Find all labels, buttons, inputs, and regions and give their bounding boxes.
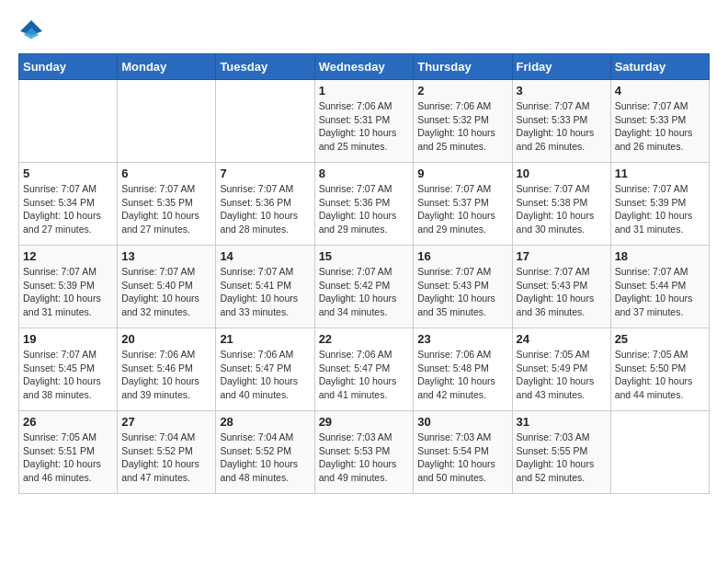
weekday-header-friday: Friday [512, 54, 610, 80]
calendar-cell: 23Sunrise: 7:06 AM Sunset: 5:48 PM Dayli… [414, 328, 512, 411]
day-number: 30 [417, 415, 507, 429]
day-number: 26 [23, 415, 113, 429]
calendar-cell: 25Sunrise: 7:05 AM Sunset: 5:50 PM Dayli… [610, 328, 709, 411]
calendar-cell: 16Sunrise: 7:07 AM Sunset: 5:43 PM Dayli… [414, 246, 512, 328]
calendar-cell: 6Sunrise: 7:07 AM Sunset: 5:35 PM Daylig… [118, 163, 216, 246]
weekday-header-row: SundayMondayTuesdayWednesdayThursdayFrid… [19, 54, 710, 80]
weekday-header-wednesday: Wednesday [314, 54, 414, 80]
calendar-cell: 30Sunrise: 7:03 AM Sunset: 5:54 PM Dayli… [414, 411, 512, 494]
weekday-header-monday: Monday [118, 54, 216, 80]
calendar-cell: 14Sunrise: 7:07 AM Sunset: 5:41 PM Dayli… [216, 246, 314, 328]
calendar-cell: 22Sunrise: 7:06 AM Sunset: 5:47 PM Dayli… [314, 328, 414, 411]
calendar-week-row: 19Sunrise: 7:07 AM Sunset: 5:45 PM Dayli… [19, 328, 710, 411]
day-number: 13 [121, 249, 211, 263]
calendar-cell: 31Sunrise: 7:03 AM Sunset: 5:55 PM Dayli… [512, 411, 610, 494]
day-info: Sunrise: 7:07 AM Sunset: 5:39 PM Dayligh… [615, 182, 705, 236]
day-info: Sunrise: 7:07 AM Sunset: 5:39 PM Dayligh… [23, 265, 113, 319]
day-info: Sunrise: 7:05 AM Sunset: 5:50 PM Dayligh… [615, 348, 705, 402]
header [18, 18, 710, 44]
day-info: Sunrise: 7:07 AM Sunset: 5:36 PM Dayligh… [319, 182, 410, 236]
day-info: Sunrise: 7:07 AM Sunset: 5:45 PM Dayligh… [23, 348, 113, 402]
day-info: Sunrise: 7:03 AM Sunset: 5:53 PM Dayligh… [319, 431, 410, 485]
day-number: 14 [220, 249, 310, 263]
calendar-cell: 26Sunrise: 7:05 AM Sunset: 5:51 PM Dayli… [19, 411, 118, 494]
calendar-cell: 2Sunrise: 7:06 AM Sunset: 5:32 PM Daylig… [414, 80, 512, 163]
day-info: Sunrise: 7:06 AM Sunset: 5:46 PM Dayligh… [121, 348, 211, 402]
day-info: Sunrise: 7:05 AM Sunset: 5:51 PM Dayligh… [23, 431, 113, 485]
day-number: 28 [220, 415, 310, 429]
day-number: 3 [517, 84, 607, 98]
calendar-week-row: 1Sunrise: 7:06 AM Sunset: 5:31 PM Daylig… [19, 80, 710, 163]
day-number: 22 [319, 332, 410, 346]
calendar-cell: 8Sunrise: 7:07 AM Sunset: 5:36 PM Daylig… [314, 163, 414, 246]
day-number: 7 [220, 167, 310, 180]
day-info: Sunrise: 7:07 AM Sunset: 5:33 PM Dayligh… [517, 99, 607, 154]
calendar-cell: 10Sunrise: 7:07 AM Sunset: 5:38 PM Dayli… [512, 163, 610, 246]
calendar-week-row: 5Sunrise: 7:07 AM Sunset: 5:34 PM Daylig… [19, 163, 710, 246]
day-number: 17 [517, 249, 607, 263]
day-info: Sunrise: 7:07 AM Sunset: 5:36 PM Dayligh… [220, 182, 310, 236]
logo-icon [18, 18, 44, 44]
day-info: Sunrise: 7:07 AM Sunset: 5:35 PM Dayligh… [121, 182, 211, 236]
day-number: 21 [220, 332, 310, 346]
day-info: Sunrise: 7:07 AM Sunset: 5:33 PM Dayligh… [615, 99, 705, 154]
day-number: 2 [417, 84, 507, 98]
day-info: Sunrise: 7:07 AM Sunset: 5:41 PM Dayligh… [220, 265, 310, 319]
day-info: Sunrise: 7:06 AM Sunset: 5:47 PM Dayligh… [220, 348, 310, 402]
day-info: Sunrise: 7:07 AM Sunset: 5:34 PM Dayligh… [23, 182, 113, 236]
day-number: 31 [517, 415, 607, 429]
calendar-week-row: 12Sunrise: 7:07 AM Sunset: 5:39 PM Dayli… [19, 246, 710, 328]
calendar-cell: 28Sunrise: 7:04 AM Sunset: 5:52 PM Dayli… [216, 411, 314, 494]
day-number: 20 [121, 332, 211, 346]
weekday-header-thursday: Thursday [414, 54, 512, 80]
calendar-cell: 29Sunrise: 7:03 AM Sunset: 5:53 PM Dayli… [314, 411, 414, 494]
calendar-week-row: 26Sunrise: 7:05 AM Sunset: 5:51 PM Dayli… [19, 411, 710, 494]
day-number: 27 [121, 415, 211, 429]
day-info: Sunrise: 7:06 AM Sunset: 5:32 PM Dayligh… [417, 99, 507, 154]
calendar-cell [216, 80, 314, 163]
day-number: 16 [417, 249, 507, 263]
calendar-table: SundayMondayTuesdayWednesdayThursdayFrid… [18, 53, 710, 494]
calendar-cell: 15Sunrise: 7:07 AM Sunset: 5:42 PM Dayli… [314, 246, 414, 328]
day-number: 25 [615, 332, 705, 346]
day-info: Sunrise: 7:07 AM Sunset: 5:43 PM Dayligh… [417, 265, 507, 319]
day-number: 24 [517, 332, 607, 346]
calendar-cell: 24Sunrise: 7:05 AM Sunset: 5:49 PM Dayli… [512, 328, 610, 411]
day-info: Sunrise: 7:07 AM Sunset: 5:44 PM Dayligh… [615, 265, 705, 319]
weekday-header-saturday: Saturday [610, 54, 709, 80]
calendar-cell: 3Sunrise: 7:07 AM Sunset: 5:33 PM Daylig… [512, 80, 610, 163]
day-info: Sunrise: 7:04 AM Sunset: 5:52 PM Dayligh… [220, 431, 310, 485]
day-info: Sunrise: 7:04 AM Sunset: 5:52 PM Dayligh… [121, 431, 211, 485]
calendar-cell: 1Sunrise: 7:06 AM Sunset: 5:31 PM Daylig… [314, 80, 414, 163]
calendar-cell: 17Sunrise: 7:07 AM Sunset: 5:43 PM Dayli… [512, 246, 610, 328]
day-number: 8 [319, 167, 410, 180]
day-info: Sunrise: 7:05 AM Sunset: 5:49 PM Dayligh… [517, 348, 607, 402]
day-info: Sunrise: 7:06 AM Sunset: 5:48 PM Dayligh… [417, 348, 507, 402]
calendar-cell: 27Sunrise: 7:04 AM Sunset: 5:52 PM Dayli… [118, 411, 216, 494]
calendar-cell [118, 80, 216, 163]
calendar-cell: 4Sunrise: 7:07 AM Sunset: 5:33 PM Daylig… [610, 80, 709, 163]
day-info: Sunrise: 7:06 AM Sunset: 5:31 PM Dayligh… [319, 99, 410, 154]
calendar-cell: 18Sunrise: 7:07 AM Sunset: 5:44 PM Dayli… [610, 246, 709, 328]
calendar-cell: 20Sunrise: 7:06 AM Sunset: 5:46 PM Dayli… [118, 328, 216, 411]
day-number: 11 [615, 167, 705, 180]
day-number: 1 [319, 84, 410, 98]
day-number: 6 [121, 167, 211, 180]
calendar-cell: 5Sunrise: 7:07 AM Sunset: 5:34 PM Daylig… [19, 163, 118, 246]
day-info: Sunrise: 7:07 AM Sunset: 5:40 PM Dayligh… [121, 265, 211, 319]
day-number: 23 [417, 332, 507, 346]
day-info: Sunrise: 7:07 AM Sunset: 5:43 PM Dayligh… [517, 265, 607, 319]
day-number: 29 [319, 415, 410, 429]
day-number: 9 [417, 167, 507, 180]
day-number: 19 [23, 332, 113, 346]
calendar-cell: 19Sunrise: 7:07 AM Sunset: 5:45 PM Dayli… [19, 328, 118, 411]
day-info: Sunrise: 7:03 AM Sunset: 5:55 PM Dayligh… [517, 431, 607, 485]
calendar-cell [19, 80, 118, 163]
day-info: Sunrise: 7:07 AM Sunset: 5:38 PM Dayligh… [517, 182, 607, 236]
day-number: 4 [615, 84, 705, 98]
weekday-header-tuesday: Tuesday [216, 54, 314, 80]
calendar-cell: 13Sunrise: 7:07 AM Sunset: 5:40 PM Dayli… [118, 246, 216, 328]
calendar-cell [610, 411, 709, 494]
logo [18, 18, 46, 44]
day-number: 15 [319, 249, 410, 263]
